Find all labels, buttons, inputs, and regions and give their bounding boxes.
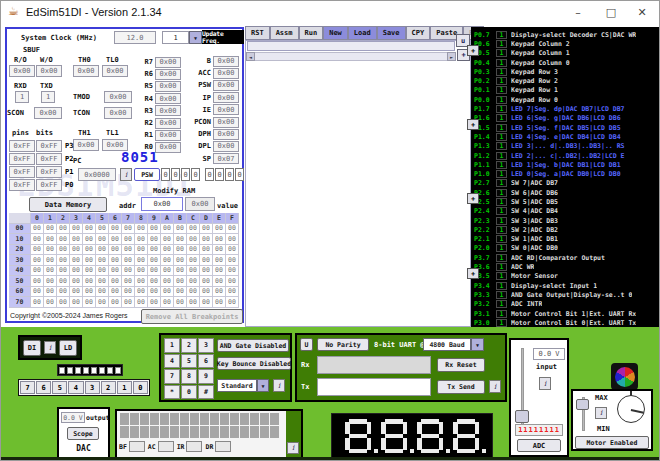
keypad-key[interactable]: * xyxy=(164,385,180,400)
memory-cell[interactable]: 00 xyxy=(70,245,83,256)
memory-cell[interactable]: 00 xyxy=(135,287,148,298)
memory-cell[interactable]: 00 xyxy=(226,234,239,245)
memory-cell[interactable]: 00 xyxy=(213,287,226,298)
toolbar-button-rst[interactable]: RST xyxy=(245,26,270,40)
memory-cell[interactable]: 00 xyxy=(96,255,109,266)
keypad-key[interactable]: 2 xyxy=(181,338,197,353)
memory-cell[interactable]: 00 xyxy=(187,245,200,256)
motor-enabled-button[interactable]: Motor Enabled xyxy=(575,436,649,449)
memory-cell[interactable]: 00 xyxy=(213,276,226,287)
toolbar-button-assm[interactable]: Assm xyxy=(270,26,299,40)
memory-cell[interactable]: 00 xyxy=(96,276,109,287)
port-bit-value[interactable]: 1 xyxy=(496,179,507,187)
keypad-info-button[interactable]: i xyxy=(273,379,285,392)
register-value-field[interactable]: 0x00 xyxy=(213,80,239,91)
memory-cell[interactable]: 00 xyxy=(135,224,148,235)
register-value-field[interactable]: 0x00 xyxy=(155,93,181,104)
memory-cell[interactable]: 00 xyxy=(70,297,83,308)
port-expand-button[interactable]: + xyxy=(467,193,479,204)
scroll-left-icon[interactable]: ◄ xyxy=(246,52,255,61)
memory-cell[interactable]: 00 xyxy=(122,245,135,256)
memory-cell[interactable]: 00 xyxy=(187,234,200,245)
memory-cell[interactable]: 00 xyxy=(31,266,44,277)
motor-dial[interactable] xyxy=(617,395,645,423)
port-expand-button[interactable]: + xyxy=(467,119,479,130)
memory-cell[interactable]: 00 xyxy=(44,234,57,245)
port-bit-value[interactable]: 1 xyxy=(496,189,507,197)
memory-cell[interactable]: 00 xyxy=(122,276,135,287)
memory-cell[interactable]: 00 xyxy=(96,245,109,256)
register-value-field[interactable]: 0x00 xyxy=(213,129,239,140)
port-pins-field[interactable]: 0xFF xyxy=(9,153,35,165)
chevron-down-icon[interactable]: ▼ xyxy=(257,379,269,392)
scroll-right-icon[interactable]: ► xyxy=(447,52,456,61)
memory-cell[interactable]: 00 xyxy=(135,297,148,308)
port-bit-value[interactable]: 1 xyxy=(496,86,507,94)
register-value-field[interactable]: 0x00 xyxy=(213,117,239,128)
sbuf-ro-field[interactable]: 0x00 xyxy=(9,65,35,77)
memory-cell[interactable]: 00 xyxy=(200,266,213,277)
memory-cell[interactable]: 00 xyxy=(57,297,70,308)
memory-cell[interactable]: 00 xyxy=(148,245,161,256)
memory-cell[interactable]: 00 xyxy=(135,245,148,256)
register-value-field[interactable]: 0x00 xyxy=(155,130,181,141)
memory-cell[interactable]: 00 xyxy=(57,234,70,245)
port-bit-value[interactable]: 1 xyxy=(496,31,507,39)
psw-bit[interactable]: 0 xyxy=(191,168,200,181)
memory-cell[interactable]: 00 xyxy=(174,276,187,287)
keypad-key[interactable]: 1 xyxy=(164,338,180,353)
memory-cell[interactable]: 00 xyxy=(44,297,57,308)
port-bits-field[interactable]: 0xFF xyxy=(36,140,62,152)
switch-button[interactable]: 3 xyxy=(85,381,100,394)
port-bit-value[interactable]: 1 xyxy=(496,198,507,206)
memory-cell[interactable]: 00 xyxy=(57,224,70,235)
memory-cell[interactable]: 00 xyxy=(148,297,161,308)
lcd-info-button[interactable]: i xyxy=(287,442,299,454)
ld-button[interactable]: LD xyxy=(59,340,77,356)
memory-cell[interactable]: 00 xyxy=(31,287,44,298)
memory-cell[interactable]: 00 xyxy=(31,276,44,287)
memory-cell[interactable]: 00 xyxy=(187,224,200,235)
memory-cell[interactable]: 00 xyxy=(44,276,57,287)
memory-cell[interactable]: 00 xyxy=(213,266,226,277)
memory-cell[interactable]: 00 xyxy=(83,276,96,287)
port-bit-value[interactable]: 1 xyxy=(496,263,507,271)
key-bounce-button[interactable]: Key Bounce Disabled xyxy=(217,357,291,370)
uart-info-button[interactable]: i xyxy=(489,380,501,393)
keypad-key[interactable]: # xyxy=(198,385,214,400)
psw-bit[interactable]: 0 xyxy=(181,168,190,181)
port-bit-value[interactable]: 1 xyxy=(496,244,507,252)
memory-cell[interactable]: 00 xyxy=(122,255,135,266)
port-bit-value[interactable]: 1 xyxy=(496,291,507,299)
memory-cell[interactable]: 00 xyxy=(161,276,174,287)
th1-field[interactable]: 0x00 xyxy=(73,139,99,151)
memory-cell[interactable]: 00 xyxy=(31,297,44,308)
switch-button[interactable]: 2 xyxy=(101,381,116,394)
memory-cell[interactable]: 00 xyxy=(83,266,96,277)
rxd-field[interactable]: 1 xyxy=(15,91,29,103)
register-value-field[interactable]: 0x00 xyxy=(213,68,239,79)
port-bit-value[interactable]: 1 xyxy=(496,68,507,76)
memory-cell[interactable]: 00 xyxy=(96,266,109,277)
register-value-field[interactable]: 0x07 xyxy=(213,153,239,164)
adc-input-value[interactable]: 0.0 V xyxy=(533,348,565,360)
scon-field[interactable]: 0x00 xyxy=(34,107,62,119)
register-value-field[interactable]: 0x00 xyxy=(213,141,239,152)
memory-cell[interactable]: 00 xyxy=(161,255,174,266)
toolbar-button-cpy[interactable]: CPY xyxy=(406,26,431,40)
memory-cell[interactable]: 00 xyxy=(187,266,200,277)
port-bit-value[interactable]: 1 xyxy=(496,226,507,234)
port-bit-value[interactable]: 1 xyxy=(496,40,507,48)
switch-button[interactable]: 7 xyxy=(20,381,35,394)
memory-cell[interactable]: 00 xyxy=(213,234,226,245)
register-value-field[interactable]: 0x00 xyxy=(155,118,181,129)
register-value-field[interactable]: 0x00 xyxy=(213,92,239,103)
th0-field[interactable]: 0x00 xyxy=(73,65,99,77)
txd-field[interactable]: 1 xyxy=(41,91,55,103)
port-bit-value[interactable]: 1 xyxy=(496,114,507,122)
memory-cell[interactable]: 00 xyxy=(161,245,174,256)
memory-cell[interactable]: 00 xyxy=(161,297,174,308)
switch-button[interactable]: 5 xyxy=(52,381,67,394)
motor-slider-thumb[interactable] xyxy=(576,399,589,410)
memory-cell[interactable]: 00 xyxy=(122,287,135,298)
